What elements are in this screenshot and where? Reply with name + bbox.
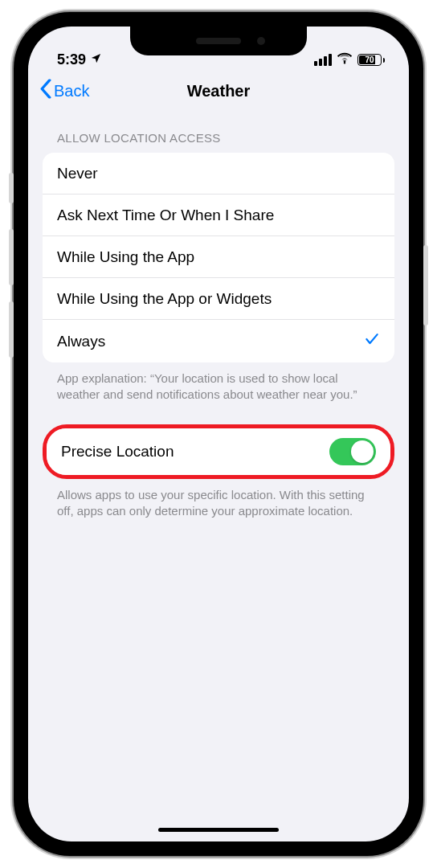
precise-location-group: Precise Location	[47, 428, 390, 475]
option-ask-next-time[interactable]: Ask Next Time Or When I Share	[43, 194, 394, 236]
option-label: Always	[57, 333, 105, 350]
screen: 5:39 70 Back	[28, 27, 409, 841]
precise-location-toggle[interactable]	[329, 438, 376, 465]
option-label: While Using the App or Widgets	[57, 290, 272, 308]
navigation-bar: Back Weather	[28, 70, 409, 112]
option-while-using-app-or-widgets[interactable]: While Using the App or Widgets	[43, 278, 394, 320]
option-while-using-app[interactable]: While Using the App	[43, 236, 394, 278]
option-always[interactable]: Always	[43, 320, 394, 362]
back-button[interactable]: Back	[39, 80, 89, 103]
phone-frame: 5:39 70 Back	[14, 12, 423, 856]
checkmark-icon	[364, 331, 380, 351]
volume-up-button	[9, 229, 14, 285]
battery-icon: 70	[357, 54, 385, 66]
page-title: Weather	[187, 82, 251, 100]
precise-location-row[interactable]: Precise Location	[47, 428, 390, 475]
chevron-left-icon	[39, 80, 52, 103]
section-footer-precise-location: Allows apps to use your specific locatio…	[43, 479, 394, 520]
power-button	[423, 245, 428, 326]
option-label: While Using the App	[57, 248, 194, 266]
option-never[interactable]: Never	[43, 153, 394, 194]
status-time: 5:39	[57, 51, 86, 68]
silent-switch	[9, 173, 14, 203]
section-header-allow-location: ALLOW LOCATION ACCESS	[43, 131, 394, 153]
cellular-signal-icon	[314, 54, 332, 66]
content: ALLOW LOCATION ACCESS Never Ask Next Tim…	[28, 112, 409, 519]
location-arrow-icon	[90, 51, 102, 68]
home-indicator[interactable]	[158, 828, 279, 832]
annotation-highlight: Precise Location	[43, 424, 394, 479]
location-access-group: Never Ask Next Time Or When I Share Whil…	[43, 153, 394, 362]
row-label: Precise Location	[61, 443, 174, 461]
back-label: Back	[54, 82, 89, 100]
option-label: Never	[57, 165, 98, 182]
option-label: Ask Next Time Or When I Share	[57, 207, 274, 224]
notch	[130, 27, 307, 55]
volume-down-button	[9, 301, 14, 358]
section-footer-app-explanation: App explanation: “Your location is used …	[43, 362, 394, 403]
wifi-icon	[337, 51, 353, 68]
